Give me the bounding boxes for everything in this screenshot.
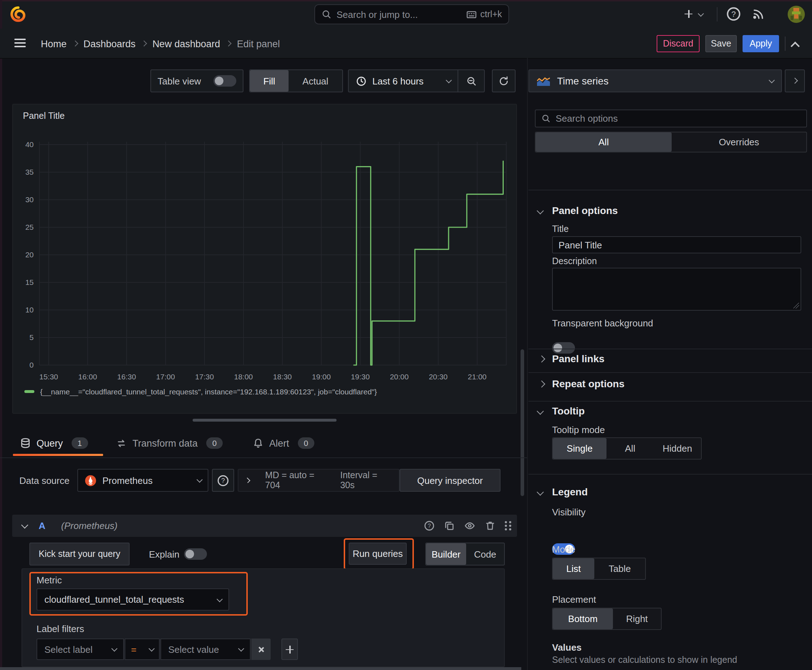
help-icon[interactable]: ? <box>424 520 435 531</box>
query-row-header[interactable]: A (Prometheus) ? <box>12 515 517 537</box>
chevron-right-icon[interactable] <box>538 355 545 362</box>
panel-options-header[interactable]: Panel options <box>552 205 618 216</box>
time-range-button[interactable]: Last 6 hours <box>349 70 458 91</box>
description-textarea[interactable] <box>552 268 801 311</box>
viz-picker-select[interactable]: Time series <box>529 69 782 92</box>
run-queries-button[interactable]: Run queries <box>349 543 407 565</box>
remove-filter-button[interactable] <box>251 638 271 660</box>
kickstart-query-button[interactable]: Kick start your query <box>29 543 130 565</box>
zoom-out-button[interactable] <box>458 70 484 91</box>
eye-icon[interactable] <box>464 520 475 531</box>
database-icon <box>20 437 31 449</box>
builder-option[interactable]: Builder <box>426 543 466 565</box>
tooltip-header[interactable]: Tooltip <box>552 405 585 416</box>
chevron-down-icon[interactable] <box>537 408 544 415</box>
tab-query[interactable]: Query 1 <box>20 435 88 451</box>
collapse-query-icon[interactable] <box>21 521 28 528</box>
avatar-pixel-4 <box>790 16 793 20</box>
query-inspector-button[interactable]: Query inspector <box>400 469 500 492</box>
chevron-right-icon[interactable] <box>245 477 250 483</box>
panel-resize-handle[interactable] <box>193 419 337 421</box>
filter-value-placeholder: Select value <box>168 644 239 655</box>
options-search-input[interactable]: Search options <box>535 110 807 127</box>
chevron-down-icon[interactable] <box>537 489 544 496</box>
refresh-button[interactable] <box>492 69 515 92</box>
avatar[interactable] <box>788 6 805 23</box>
chevron-down-icon <box>769 77 775 83</box>
legend-series-label[interactable]: {__name__="cloudflared_tunnel_total_requ… <box>40 387 377 396</box>
chevron-down-icon[interactable] <box>537 207 544 214</box>
grafana-logo[interactable] <box>9 5 27 24</box>
help-button[interactable]: ? <box>726 7 741 22</box>
tab-options-overrides[interactable]: Overrides <box>672 132 806 152</box>
query-datasource-hint: (Prometheus) <box>61 520 424 531</box>
svg-text:15:30: 15:30 <box>39 372 58 381</box>
search-placeholder: Search or jump to... <box>337 9 466 20</box>
legend-table-option[interactable]: Table <box>594 558 645 579</box>
metric-select[interactable]: cloudflared_tunnel_total_requests <box>37 589 229 611</box>
table-view-label: Table view <box>158 76 201 86</box>
code-option[interactable]: Code <box>466 543 504 565</box>
transparent-bg-toggle[interactable] <box>552 342 575 354</box>
table-view-toggle[interactable] <box>214 75 236 86</box>
tab-alert-count: 0 <box>298 437 314 449</box>
vertical-scrollbar[interactable] <box>520 349 524 496</box>
explain-label: Explain <box>149 549 180 560</box>
explain-toggle[interactable] <box>184 548 207 560</box>
tab-query-count: 1 <box>71 437 88 449</box>
tab-transform[interactable]: Transform data 0 <box>116 435 223 451</box>
query-stats-group: MD = auto = 704 Interval = 30s <box>238 469 400 492</box>
new-button[interactable] <box>685 6 703 23</box>
menu-toggle-icon[interactable] <box>14 38 26 40</box>
viz-suggestions-button[interactable] <box>785 69 805 92</box>
tooltip-hidden-option[interactable]: Hidden <box>654 438 701 459</box>
placement-right-option[interactable]: Right <box>613 608 661 629</box>
datasource-label: Data source <box>19 475 70 486</box>
news-button[interactable] <box>752 7 766 21</box>
drag-handle-icon[interactable] <box>505 521 507 523</box>
svg-text:16:00: 16:00 <box>78 372 97 381</box>
breadcrumb-dashboards[interactable]: Dashboards <box>83 38 136 49</box>
save-button[interactable]: Save <box>705 35 737 52</box>
resize-handle-icon[interactable] <box>793 303 799 308</box>
fill-option[interactable]: Fill <box>250 70 288 91</box>
legend-list-option[interactable]: List <box>553 558 594 579</box>
panel-links-header[interactable]: Panel links <box>552 353 604 364</box>
apply-button[interactable]: Apply <box>742 35 779 52</box>
filter-value-select[interactable]: Select value <box>160 638 251 660</box>
actual-option[interactable]: Actual <box>288 70 342 91</box>
tab-alert[interactable]: Alert 0 <box>253 435 314 451</box>
tooltip-single-option[interactable]: Single <box>553 438 607 459</box>
chevron-down-icon <box>238 646 244 651</box>
repeat-options-header[interactable]: Repeat options <box>552 378 624 389</box>
filter-label-select[interactable]: Select label <box>37 638 124 660</box>
panel-title-input[interactable]: Panel Title <box>552 236 801 254</box>
tab-options-all[interactable]: All <box>536 132 672 152</box>
datasource-help-button[interactable]: ? <box>212 469 234 492</box>
metric-label: Metric <box>37 575 62 585</box>
datasource-select[interactable]: Prometheus <box>77 469 209 492</box>
tooltip-all-option[interactable]: All <box>607 438 654 459</box>
trash-icon[interactable] <box>485 520 495 531</box>
filter-operator-select[interactable]: = <box>125 638 160 660</box>
placement-bottom-option[interactable]: Bottom <box>553 608 613 629</box>
tooltip-mode-switch: Single All Hidden <box>552 437 702 460</box>
chevron-right-icon[interactable] <box>538 381 545 387</box>
svg-text:21:00: 21:00 <box>468 372 487 381</box>
avatar-pixel-3 <box>794 14 798 19</box>
tab-query-label: Query <box>37 438 63 448</box>
legend-swatch[interactable] <box>24 390 34 393</box>
horizontal-scrollbar[interactable] <box>0 667 521 670</box>
timeseries-chart[interactable]: 15:3016:0016:3017:0017:3018:0018:3019:00… <box>13 105 516 413</box>
breadcrumb-home[interactable]: Home <box>41 38 66 49</box>
discard-button[interactable]: Discard <box>657 35 700 52</box>
breadcrumb-separator-icon <box>141 41 147 47</box>
chevron-down-icon <box>197 477 202 482</box>
duplicate-icon[interactable] <box>444 520 455 531</box>
legend-header[interactable]: Legend <box>552 486 588 497</box>
global-search-input[interactable]: Search or jump to... ctrl+k <box>314 4 509 24</box>
plus-icon <box>685 10 694 19</box>
breadcrumb-new-dashboard[interactable]: New dashboard <box>153 38 220 49</box>
tab-transform-count: 0 <box>206 437 223 449</box>
add-filter-button[interactable] <box>281 638 298 660</box>
